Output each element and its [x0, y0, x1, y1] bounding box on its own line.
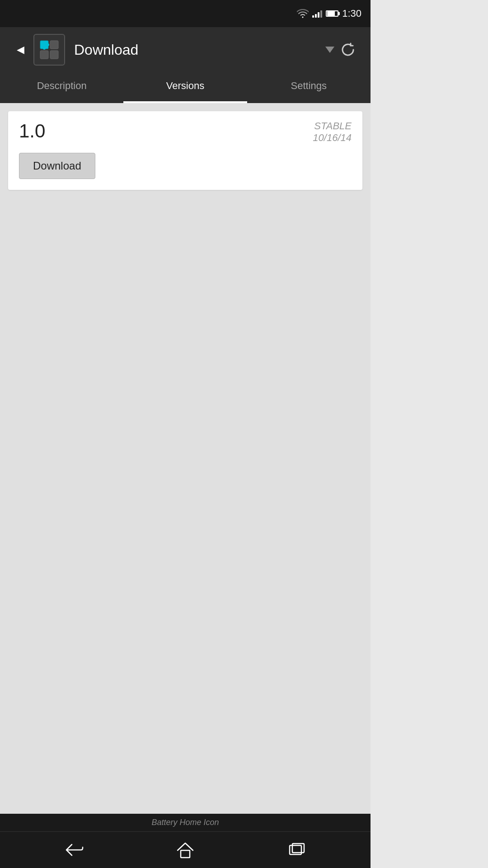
status-icons: 1:30 — [297, 8, 361, 19]
nav-back-icon — [64, 843, 84, 857]
app-bar: ◀ Download — [0, 27, 371, 72]
svg-rect-2 — [50, 41, 58, 49]
back-arrow-icon: ◀ — [17, 44, 24, 56]
tab-description-label: Description — [37, 80, 87, 92]
battery-icon — [326, 10, 338, 17]
nav-back-button[interactable] — [60, 836, 87, 863]
bottom-nav: Battery Home Icon — [0, 814, 371, 868]
dropdown-arrow-icon — [325, 47, 334, 53]
bottom-nav-label-text: Battery Home Icon — [151, 818, 219, 827]
bottom-nav-label-bar: Battery Home Icon — [0, 814, 371, 832]
wifi-icon — [297, 9, 309, 18]
version-date: 10/16/14 — [313, 132, 352, 144]
refresh-button[interactable] — [334, 36, 361, 63]
version-meta: STABLE 10/16/14 — [313, 120, 352, 144]
version-card: 1.0 STABLE 10/16/14 Download — [8, 111, 362, 190]
nav-home-icon — [176, 840, 195, 859]
tab-versions[interactable]: Versions — [123, 72, 247, 103]
status-time: 1:30 — [342, 8, 361, 19]
app-icon — [33, 34, 65, 66]
bottom-nav-buttons — [0, 832, 371, 868]
svg-rect-4 — [47, 43, 49, 46]
nav-home-button[interactable] — [172, 836, 199, 863]
tab-settings[interactable]: Settings — [247, 72, 371, 103]
puzzle-piece-icon — [38, 39, 60, 61]
main-content: 1.0 STABLE 10/16/14 Download — [0, 103, 371, 814]
app-title: Download — [74, 42, 322, 58]
version-channel: STABLE — [313, 120, 352, 132]
nav-recents-icon — [288, 842, 306, 858]
version-number: 1.0 — [19, 120, 45, 142]
tab-settings-label: Settings — [291, 80, 327, 92]
download-button[interactable]: Download — [19, 153, 95, 179]
refresh-icon — [340, 42, 356, 58]
tab-versions-label: Versions — [166, 80, 204, 92]
svg-rect-5 — [43, 47, 46, 50]
signal-icon — [312, 9, 322, 18]
status-bar: 1:30 — [0, 0, 371, 27]
nav-recents-button[interactable] — [283, 836, 310, 863]
svg-rect-3 — [50, 51, 58, 59]
tab-description[interactable]: Description — [0, 72, 123, 103]
card-header: 1.0 STABLE 10/16/14 — [19, 120, 352, 144]
svg-rect-1 — [40, 51, 48, 59]
svg-rect-6 — [181, 850, 190, 858]
back-button[interactable]: ◀ — [9, 38, 32, 61]
tabs-bar: Description Versions Settings — [0, 72, 371, 103]
